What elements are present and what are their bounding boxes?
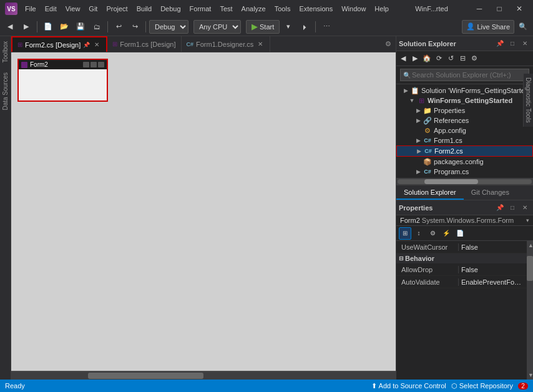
- se-scroll-thumb[interactable]: [424, 179, 478, 184]
- solution-expand-icon[interactable]: ▶: [401, 87, 410, 94]
- se-settings-btn[interactable]: ⚙: [469, 53, 480, 64]
- prop-properties-btn[interactable]: ⚙: [426, 227, 439, 240]
- minimize-button[interactable]: ─: [471, 2, 488, 15]
- save-button[interactable]: 💾: [73, 19, 88, 34]
- properties-pin[interactable]: 📌: [494, 202, 506, 213]
- menu-tools[interactable]: Tools: [271, 4, 295, 14]
- tab-form1-designer[interactable]: C# Form1.Designer.cs ✕: [182, 36, 271, 52]
- diagnostic-tools-tab[interactable]: Diagnostic Tools: [523, 74, 533, 127]
- prop-events-btn[interactable]: ⚡: [440, 227, 452, 240]
- menu-extensions[interactable]: Extensions: [295, 4, 336, 14]
- prop-object-dropdown-icon[interactable]: ▾: [526, 217, 529, 223]
- close-button[interactable]: ✕: [511, 2, 528, 15]
- menu-project[interactable]: Project: [102, 4, 131, 14]
- new-project-button[interactable]: 📄: [41, 19, 56, 34]
- se-refresh-btn[interactable]: ↺: [445, 53, 456, 64]
- tree-solution[interactable]: ▶ 📋 Solution 'WinForms_GettingStarted': [396, 86, 533, 96]
- prop-value-usewaitcursor[interactable]: False: [459, 243, 527, 251]
- undo-button[interactable]: ↩: [111, 19, 126, 34]
- form-close-btn[interactable]: [98, 62, 104, 67]
- tree-packages-config[interactable]: 📦 packages.config: [396, 157, 533, 167]
- tree-form1[interactable]: ▶ C# Form1.cs: [396, 135, 533, 145]
- se-home-btn[interactable]: 🏠: [421, 53, 433, 64]
- add-source-control-btn[interactable]: ⬆ Add to Source Control: [371, 382, 446, 390]
- tab-form2-design[interactable]: ⊞ Form2.cs [Design] 📌 ✕: [11, 36, 107, 52]
- start-button[interactable]: ▶ Start: [246, 20, 280, 34]
- form-min-btn[interactable]: [83, 62, 89, 67]
- data-sources-label[interactable]: Data Sources: [2, 67, 9, 115]
- category-expand-icon[interactable]: ⊟: [399, 255, 404, 262]
- scroll-up-btn[interactable]: ▲: [527, 241, 533, 250]
- tree-program[interactable]: ▶ C# Program.cs: [396, 167, 533, 177]
- h-scroll-thumb[interactable]: [88, 373, 203, 379]
- tab-form1-design[interactable]: ⊞ Form1.cs [Design]: [107, 36, 181, 52]
- references-expand-icon[interactable]: ▶: [414, 117, 423, 124]
- menu-file[interactable]: File: [21, 4, 40, 14]
- search-input[interactable]: [412, 71, 522, 79]
- menu-format[interactable]: Format: [186, 4, 215, 14]
- redo-button[interactable]: ↪: [127, 19, 142, 34]
- start-dropdown[interactable]: ▾: [281, 19, 296, 34]
- form2-expand-icon[interactable]: ▶: [414, 148, 423, 154]
- menu-view[interactable]: View: [62, 4, 84, 14]
- program-expand-icon[interactable]: ▶: [414, 169, 423, 175]
- search-box[interactable]: 🔍 ▾: [400, 69, 529, 81]
- se-back-btn[interactable]: ◀: [398, 53, 409, 64]
- form-window[interactable]: Form2: [17, 59, 108, 102]
- prop-scrollbar[interactable]: ▲ ▼: [527, 241, 533, 380]
- toolbox-label[interactable]: Toolbox: [2, 36, 9, 67]
- solution-explorer-maximize[interactable]: □: [507, 38, 518, 49]
- menu-window[interactable]: Window: [338, 4, 369, 14]
- forward-button[interactable]: ▶: [19, 19, 34, 34]
- form-content[interactable]: [19, 69, 107, 100]
- debug-config-select[interactable]: Debug: [149, 20, 188, 34]
- se-forward-btn[interactable]: ▶: [409, 53, 421, 64]
- menu-test[interactable]: Test: [216, 4, 236, 14]
- select-repository-btn[interactable]: ⬡ Select Repository: [451, 382, 513, 390]
- tree-app-config[interactable]: ⚙ App.config: [396, 125, 533, 135]
- menu-edit[interactable]: Edit: [41, 4, 61, 14]
- solution-explorer-pin[interactable]: 📌: [494, 38, 506, 49]
- save-all-button[interactable]: 🗂: [89, 19, 104, 34]
- tab-form2-close[interactable]: ✕: [92, 41, 101, 49]
- tree-project[interactable]: ▼ ⊞ WinForms_GettingStarted: [396, 96, 533, 105]
- solution-explorer-close[interactable]: ✕: [519, 38, 531, 49]
- tab-settings-btn[interactable]: ⚙: [381, 36, 396, 52]
- prop-scroll-thumb[interactable]: [527, 256, 533, 281]
- prop-value-allowdrop[interactable]: False: [459, 266, 527, 273]
- platform-select[interactable]: Any CPU: [193, 20, 241, 34]
- se-collapse-btn[interactable]: ⊟: [457, 53, 468, 64]
- step-over-button[interactable]: ⏵: [297, 19, 312, 34]
- back-button[interactable]: ◀: [2, 19, 17, 34]
- tree-properties[interactable]: ▶ 📁 Properties: [396, 105, 533, 115]
- project-expand-icon[interactable]: ▼: [408, 97, 416, 104]
- menu-analyze[interactable]: Analyze: [238, 4, 270, 14]
- menu-help[interactable]: Help: [371, 4, 393, 14]
- search-toolbar-button[interactable]: 🔍: [516, 19, 531, 34]
- toolbar-more[interactable]: ⋯: [319, 19, 334, 34]
- properties-expand-icon[interactable]: ▶: [414, 107, 423, 114]
- se-sync-btn[interactable]: ⟳: [433, 53, 444, 64]
- tree-references[interactable]: ▶ 🔗 References: [396, 115, 533, 125]
- properties-maximize[interactable]: □: [507, 202, 518, 213]
- menu-debug[interactable]: Debug: [157, 4, 184, 14]
- live-share-button[interactable]: 👤 Live Share: [462, 20, 514, 34]
- prop-row-usewaitcursor[interactable]: UseWaitCursor False: [396, 241, 527, 253]
- menu-git[interactable]: Git: [85, 4, 101, 14]
- menu-build[interactable]: Build: [133, 4, 155, 14]
- tab-git-changes[interactable]: Git Changes: [464, 185, 517, 200]
- designer-canvas[interactable]: Form2: [11, 52, 396, 371]
- form-max-btn[interactable]: [90, 62, 97, 67]
- properties-close[interactable]: ✕: [519, 202, 531, 213]
- h-scrollbar[interactable]: [11, 371, 396, 380]
- tab-pin-icon[interactable]: 📌: [83, 42, 90, 48]
- prop-alphabetical-btn[interactable]: ↕: [413, 227, 425, 240]
- prop-row-autovalidate[interactable]: AutoValidate EnablePreventFocu...: [396, 276, 527, 288]
- scroll-down-btn[interactable]: ▼: [527, 371, 533, 380]
- tab-form1-designer-close[interactable]: ✕: [256, 40, 265, 49]
- prop-categorized-btn[interactable]: ⊞: [399, 227, 411, 240]
- form1-expand-icon[interactable]: ▶: [414, 137, 423, 144]
- tab-solution-explorer[interactable]: Solution Explorer: [396, 185, 464, 200]
- open-button[interactable]: 📂: [57, 19, 72, 34]
- prop-row-allowdrop[interactable]: AllowDrop False: [396, 263, 527, 276]
